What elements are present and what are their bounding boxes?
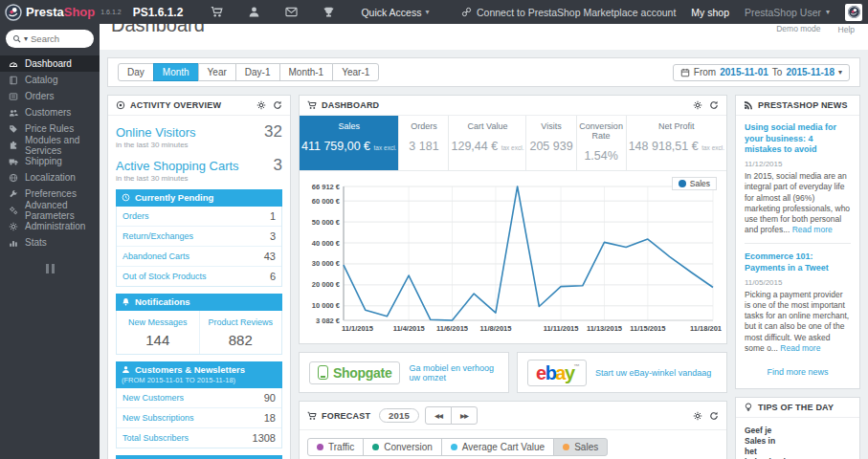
gear-icon[interactable] [693,100,702,110]
refresh-icon[interactable] [273,100,282,110]
search-scope-caret-icon[interactable]: ▾ [24,34,28,43]
average-cart-value-dot-icon [451,444,457,450]
chart-legend[interactable]: Sales [672,177,717,190]
quick-access-menu[interactable]: Quick Access▾ [361,7,429,18]
sidebar-item-catalog[interactable]: Catalog [0,72,100,88]
user-menu[interactable]: PrestaShop User▾ [745,7,830,18]
wrench-icon [9,189,18,199]
article-title-link[interactable]: Using social media for your business: 4 … [745,122,851,156]
range-day-1-button[interactable]: Day-1 [235,63,280,81]
forecast-next-button[interactable]: ▸▸ [451,406,478,425]
forecast-year[interactable]: 2015 [379,408,419,423]
tab-net-profit[interactable]: Net Profit 148 918,51 € tax excl. [627,116,726,170]
online-visitors-value: 32 [264,122,282,142]
out-of-stock-link[interactable]: Out of Stock Products [122,272,207,281]
tab-visits[interactable]: Visits 205 939 [526,116,576,170]
tab-orders[interactable]: Orders 3 181 [399,116,449,170]
cart-icon[interactable] [211,6,223,18]
svg-text:40 000 €: 40 000 € [312,239,341,248]
app-logo[interactable]: PrestaShop 1.6.1.2 [0,4,129,21]
conversion-dot-icon [372,444,379,450]
refresh-icon[interactable] [709,411,719,421]
filter-sales-button[interactable]: Sales [553,438,608,456]
svg-text:11/6/2015: 11/6/2015 [436,324,468,333]
filter-average-cart-value-button[interactable]: Average Cart Value [441,438,554,456]
forecast-filter-group: Traffic Conversion Average Cart Value Sa… [307,438,608,456]
sidebar-search[interactable]: ▾ [6,30,94,48]
truck-icon [9,157,18,166]
orders-link[interactable]: Orders [122,211,149,221]
total-subscribers-link[interactable]: Total Subscribers [122,433,189,443]
date-range-toolbar: Day Month Year Day-1 Month-1 Year-1 From… [107,57,860,87]
tab-conversion-rate[interactable]: Conversion Rate 1.54% [577,116,627,170]
range-year-button[interactable]: Year [198,63,236,81]
range-month-button[interactable]: Month [153,63,199,81]
customers-row: New Customers90 [117,388,281,408]
svg-text:11/1/2015: 11/1/2015 [342,324,373,333]
marketplace-link[interactable]: Connect to PrestaShop Marketplace accoun… [461,7,676,18]
panel-title: FORECAST [322,411,370,421]
trophy-icon[interactable] [323,6,335,18]
link-icon [461,7,472,17]
sidebar-item-modules[interactable]: Modules and Services [0,137,100,153]
avatar[interactable] [845,4,862,21]
read-more-link[interactable]: Read more [792,225,833,234]
search-icon [12,34,21,43]
active-carts-link[interactable]: Active Shopping Carts [116,159,239,173]
shopgate-link[interactable]: Ga mobiel en verhoog uw omzet [409,363,499,382]
gear-icon[interactable] [693,411,702,421]
product-reviews-cell[interactable]: Product Reviews882 [200,311,282,354]
tab-cart-value[interactable]: Cart Value 129,44 € tax excl. [449,116,526,170]
date-from: 2015-11-01 [720,67,768,77]
ebay-link[interactable]: Start uw eBay-winkel vandaag [595,368,711,378]
article-title-link[interactable]: Ecommerce 101: Payments in a Tweet [745,251,851,273]
sidebar-item-dashboard[interactable]: Dashboard [0,55,100,72]
online-visitors-link[interactable]: Online Visitors [116,125,196,140]
chart-icon [9,238,18,248]
abandoned-carts-link[interactable]: Abandoned Carts [122,251,189,261]
returns-link[interactable]: Return/Exchanges [122,231,193,241]
sidebar-item-customers[interactable]: Customers [0,104,100,120]
refresh-icon[interactable] [709,100,719,110]
filter-conversion-button[interactable]: Conversion [363,438,442,456]
dashboard-panel: DASHBOARD Sales 411 759,00 € tax excl. O… [299,95,727,344]
sales-dot-icon [563,444,569,450]
sidebar-item-stats[interactable]: Stats [0,234,100,251]
ebay-logo: ebay™ [527,360,587,386]
new-subscriptions-link[interactable]: New Subscriptions [122,413,194,423]
tip-heading: Geef je Sales in het buitenland een Boos… [745,426,787,459]
sidebar-item-shipping[interactable]: Shipping [0,153,100,169]
find-more-news-link[interactable]: Find more news [745,361,851,386]
filter-traffic-button[interactable]: Traffic [307,438,364,456]
sidebar-item-advanced-parameters[interactable]: Advanced Parameters [0,202,100,218]
mail-icon[interactable] [285,6,298,18]
sidebar-item-orders[interactable]: Orders [0,88,100,104]
range-month-1-button[interactable]: Month-1 [279,63,334,81]
gear-icon[interactable] [256,100,266,110]
lightbulb-icon [744,403,753,412]
sidebar-item-administration[interactable]: Administration [0,218,100,234]
article-date: 11/12/2015 [745,160,851,168]
new-messages-cell[interactable]: New Messages144 [117,311,200,354]
list-icon [9,92,18,101]
svg-text:11/8/2015: 11/8/2015 [479,324,511,333]
chevron-down-icon: ▾ [826,8,830,16]
forecast-prev-button[interactable]: ◂◂ [425,406,452,425]
brand-version: 1.6.1.2 [100,9,121,15]
customers-row: New Subscriptions18 [117,408,281,428]
range-day-button[interactable]: Day [118,63,154,81]
activity-overview-panel: ACTIVITY OVERVIEW Online Visitors 32 in … [107,95,291,459]
tab-sales[interactable]: Sales 411 759,00 € tax excl. [300,116,399,170]
read-more-link[interactable]: Read more [780,343,820,353]
range-year-1-button[interactable]: Year-1 [332,63,379,81]
sidebar-item-localization[interactable]: Localization [0,169,100,186]
date-range-picker[interactable]: From2015-11-01 To2015-11-18 ▾ [673,64,850,81]
sidebar-collapse-toggle[interactable] [0,264,100,273]
search-input[interactable] [31,33,80,44]
sidebar: ▾ Dashboard Catalog Orders Customers Pri… [0,24,100,459]
user-icon[interactable] [248,6,260,18]
svg-text:11/15/2015: 11/15/2015 [630,324,665,333]
new-customers-link[interactable]: New Customers [122,393,184,403]
bell-icon [122,297,130,306]
my-shop-link[interactable]: My shop [691,7,729,18]
